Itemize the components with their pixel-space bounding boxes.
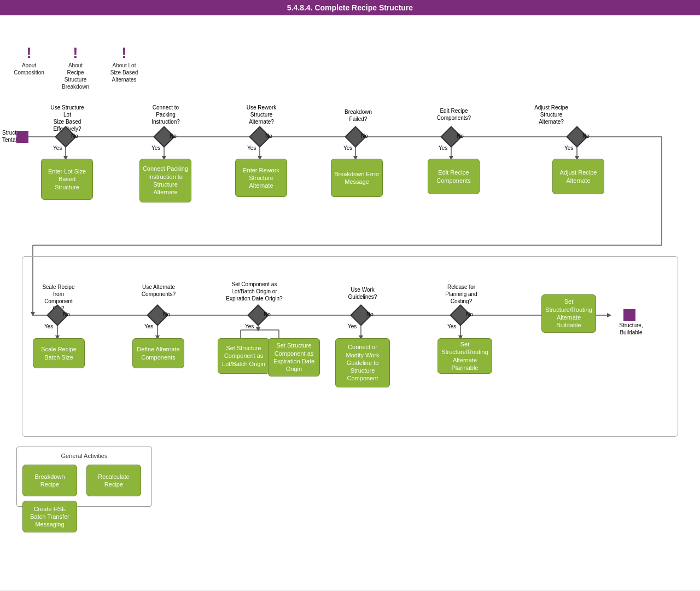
d7-no-label: No <box>63 311 70 317</box>
about-composition-icon[interactable]: ! About Composition <box>10 45 48 76</box>
d4-no-label: No <box>361 133 368 139</box>
scale-recipe-activity[interactable]: Scale RecipeBatch Size <box>33 338 85 368</box>
d3-yes-label: Yes <box>247 145 256 151</box>
d5-label: Edit RecipeComponents? <box>435 107 473 121</box>
d4-label: BreakdownFailed? <box>342 108 375 123</box>
define-alternate-components-activity[interactable]: Define AlternateComponents <box>132 338 184 368</box>
d9-label: Set Component asLot/Batch Origin orExpir… <box>221 281 287 302</box>
breakdown-error-activity[interactable]: Breakdown ErrorMessage <box>331 159 383 197</box>
page-title: 5.4.8.4. Complete Recipe Structure <box>287 3 413 12</box>
d2-yes-label: Yes <box>151 145 160 151</box>
d4-yes-label: Yes <box>343 145 352 151</box>
d8-no-label: No <box>163 311 170 317</box>
set-lot-batch-origin-activity[interactable]: Set StructureComponent asLot/Batch Origi… <box>218 338 270 374</box>
d5-no-label: No <box>457 133 464 139</box>
general-activities-box: General Activities BreakdownRecipe Recal… <box>16 447 152 507</box>
d1-no-label: No <box>71 133 78 139</box>
set-routing-plannable-activity[interactable]: SetStructure/RoutingAlternatePlannable <box>438 338 492 374</box>
start-node-row1 <box>16 131 28 143</box>
d10-no-label: No <box>366 311 374 317</box>
d6-label: Adjust RecipeStructureAlternate? <box>529 104 573 125</box>
d11-label: Release forPlanning andCosting? <box>441 283 482 305</box>
d10-label: Use WorkGuidelines? <box>343 286 382 300</box>
d6-no-label: No <box>582 133 590 139</box>
d8-label: Use AlternateComponents? <box>139 283 178 298</box>
d2-label: Connect toPackingInstruction? <box>147 104 185 125</box>
enter-rework-activity[interactable]: Enter ReworkStructureAlternate <box>235 159 287 197</box>
general-activities-grid: BreakdownRecipe RecalculateRecipe <box>22 465 146 496</box>
edit-recipe-components-activity[interactable]: Edit RecipeComponents <box>428 159 480 194</box>
d3-no-label: No <box>265 133 272 139</box>
end-node-row2 <box>623 309 635 321</box>
d9-no-label: No <box>264 311 271 317</box>
main-canvas: ! About Composition ! AboutRecipeStructu… <box>0 15 700 590</box>
d9-yes-label: Yes <box>245 323 254 329</box>
about-composition-label: About Composition <box>10 62 48 76</box>
set-routing-buildable-activity[interactable]: SetStructure/RoutingAlternateBuildable <box>541 294 596 333</box>
connect-modify-guideline-activity[interactable]: Connect orModify WorkGuideline toStructu… <box>335 338 390 387</box>
d7-yes-label: Yes <box>44 323 53 329</box>
breakdown-recipe-activity[interactable]: BreakdownRecipe <box>22 465 77 496</box>
d8-yes-label: Yes <box>144 323 153 329</box>
about-recipe-breakdown-label: AboutRecipeStructureBreakdown <box>62 62 89 90</box>
enter-lot-size-activity[interactable]: Enter Lot SizeBasedStructure <box>41 159 93 200</box>
about-lot-size-based-alternates-icon[interactable]: ! About LotSize BasedAlternates <box>105 45 143 83</box>
structure-buildable-label: Structure,Buildable <box>615 322 648 336</box>
d2-no-label: No <box>170 133 177 139</box>
about-recipe-structure-breakdown-icon[interactable]: ! AboutRecipeStructureBreakdown <box>56 45 95 90</box>
title-bar: 5.4.8.4. Complete Recipe Structure <box>0 0 700 15</box>
d6-yes-label: Yes <box>564 145 573 151</box>
recalculate-recipe-activity[interactable]: RecalculateRecipe <box>86 465 141 496</box>
d3-label: Use ReworkStructureAlternate? <box>242 104 281 125</box>
connect-packing-activity[interactable]: Connect PackingInstruction toStructureAl… <box>139 159 191 202</box>
create-hse-activity[interactable]: Create HSEBatch TransferMessaging <box>22 501 77 532</box>
d10-yes-label: Yes <box>348 323 357 329</box>
set-expiration-origin-activity[interactable]: Set StructureComponent asExpiration Date… <box>268 338 320 376</box>
adjust-recipe-alternate-activity[interactable]: Adjust RecipeAlternate <box>552 159 604 194</box>
general-activities-title: General Activities <box>22 453 146 459</box>
d1-yes-label: Yes <box>53 145 62 151</box>
d11-no-label: No <box>466 311 473 317</box>
d11-yes-label: Yes <box>447 323 456 329</box>
d5-yes-label: Yes <box>439 145 447 151</box>
about-lot-label: About LotSize BasedAlternates <box>110 62 138 83</box>
